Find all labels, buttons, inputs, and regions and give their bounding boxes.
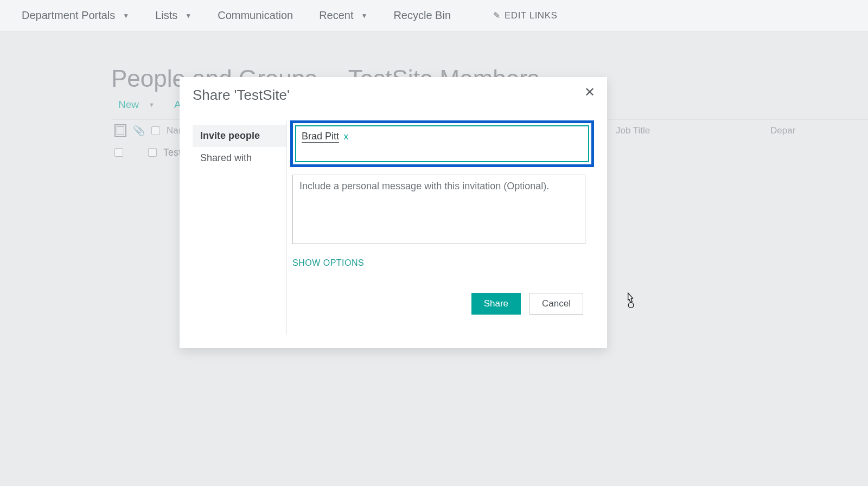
- dialog-main: Brad Pitt x SHOW OPTIONS Share Cancel: [287, 120, 594, 335]
- nav-recycle-bin[interactable]: Recycle Bin: [388, 6, 456, 25]
- nav-label: Recent: [319, 9, 353, 22]
- pencil-icon: ✎: [493, 10, 500, 21]
- nav-communication[interactable]: Communication: [212, 6, 298, 25]
- share-dialog: Share 'TestSite' ✕ Invite people Shared …: [180, 77, 607, 348]
- people-picker-input[interactable]: Brad Pitt x: [295, 125, 589, 162]
- dialog-body: Invite people Shared with Brad Pitt x SH…: [193, 120, 594, 335]
- share-button[interactable]: Share: [471, 293, 521, 315]
- nav-label: Recycle Bin: [393, 9, 451, 22]
- invitation-message-input[interactable]: [292, 175, 585, 244]
- chip-remove-icon[interactable]: x: [341, 131, 350, 142]
- dialog-button-row: Share Cancel: [471, 293, 583, 315]
- chevron-down-icon: ▼: [185, 12, 192, 20]
- nav-recent[interactable]: Recent ▼: [314, 6, 373, 25]
- chevron-down-icon: ▼: [123, 12, 129, 20]
- people-chip[interactable]: Brad Pitt x: [302, 131, 350, 142]
- tab-shared-with[interactable]: Shared with: [193, 147, 286, 169]
- page-body: People and Groups › TestSite Members New…: [0, 31, 868, 486]
- nav-label: Department Portals: [22, 9, 115, 22]
- nav-label: Communication: [218, 9, 293, 22]
- dialog-title: Share 'TestSite': [193, 87, 290, 104]
- dialog-side-nav: Invite people Shared with: [193, 120, 287, 335]
- nav-department-portals[interactable]: Department Portals ▼: [16, 6, 135, 25]
- show-options-link[interactable]: SHOW OPTIONS: [292, 258, 364, 268]
- people-picker-highlight: Brad Pitt x: [290, 120, 594, 167]
- tab-invite-people[interactable]: Invite people: [193, 125, 286, 147]
- nav-edit-links[interactable]: ✎ EDIT LINKS: [488, 7, 563, 24]
- nav-label: EDIT LINKS: [505, 10, 557, 21]
- nav-label: Lists: [155, 9, 177, 22]
- chip-name: Brad Pitt: [302, 131, 339, 143]
- top-nav: Department Portals ▼ Lists ▼ Communicati…: [0, 0, 868, 31]
- cancel-button[interactable]: Cancel: [529, 293, 583, 315]
- close-icon[interactable]: ✕: [580, 82, 599, 102]
- nav-lists[interactable]: Lists ▼: [150, 6, 197, 25]
- chevron-down-icon: ▼: [361, 12, 368, 20]
